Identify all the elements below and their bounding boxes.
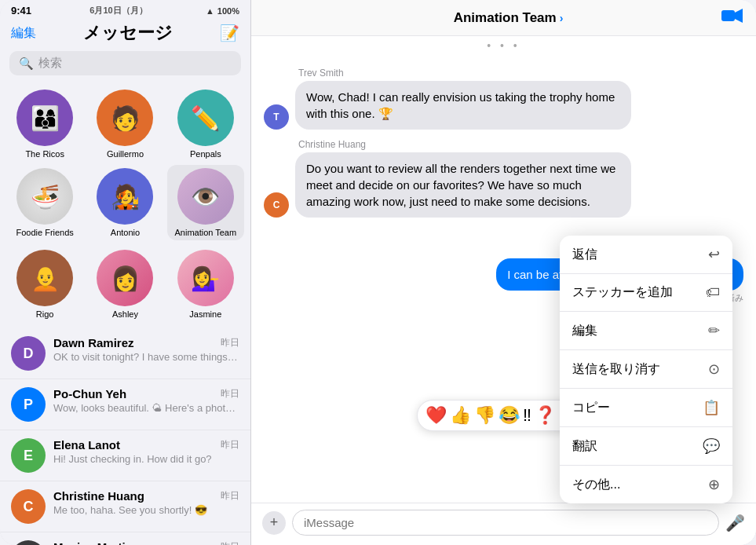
context-menu-reply-label: 返信 — [572, 247, 597, 263]
pinned-antonio[interactable]: 🧑‍🎤 Antonio — [86, 165, 163, 240]
conversation-elena-lanot[interactable]: E Elena Lanot 昨日 Hi! Just checking in. H… — [0, 430, 250, 481]
pinned-label-guillermo: Guillermo — [107, 149, 144, 159]
conv-time-pochun: 昨日 — [221, 387, 239, 401]
conv-avatar-pochun: P — [11, 387, 46, 422]
context-menu-more[interactable]: その他... ⊕ — [560, 466, 732, 503]
context-menu-more-label: その他... — [572, 477, 620, 493]
context-menu: 返信 ↩ ステッカーを追加 🏷 編集 ✏ 送信を取り消す ⊙ コピー 📋 翻訳 — [560, 236, 732, 503]
pinned-the-ricos[interactable]: 👨‍👩‍👦 The Ricos — [6, 86, 83, 162]
avatar-penpals: ✏️ — [177, 90, 234, 146]
message-row-trev: T Trev Smith Wow, Chad! I can really env… — [264, 68, 743, 130]
context-menu-translate-label: 翻訳 — [572, 438, 597, 455]
conversation-dawn-ramirez[interactable]: D Dawn Ramirez 昨日 OK to visit tonight? I… — [0, 328, 250, 379]
edit-button[interactable]: 編集 — [11, 25, 36, 42]
app-container: 9:41 6月10日（月） ▲ 100% 編集 メッセージ 📝 🔍 検索 👨‍👩… — [0, 0, 756, 545]
conversation-magico-martinez[interactable]: M Magico Martinez 昨日 — [0, 532, 250, 545]
status-bar: 9:41 6月10日（月） ▲ 100% — [0, 0, 250, 20]
pinned-guillermo[interactable]: 🧑 Guillermo — [86, 86, 163, 162]
context-menu-reply[interactable]: 返信 ↩ — [560, 236, 732, 274]
pinned-penpals[interactable]: ✏️ Penpals — [167, 86, 244, 162]
context-menu-edit[interactable]: 編集 ✏ — [560, 312, 732, 350]
search-placeholder: 検索 — [38, 56, 62, 71]
avatar-guillermo: 🧑 — [97, 90, 153, 146]
context-menu-sticker[interactable]: ステッカーを追加 🏷 — [560, 274, 732, 312]
conversation-christine-huang[interactable]: C Christine Huang 昨日 Me too, haha. See y… — [0, 481, 250, 532]
conv-name-elena: Elena Lanot — [53, 438, 120, 452]
avatar-jasmine: 💁‍♀️ — [177, 250, 234, 306]
pinned-label-penpals: Penpals — [190, 149, 221, 159]
reaction-laugh[interactable]: 😂 — [499, 405, 520, 426]
conv-preview-pochun: Wow, looks beautiful. 🌤 Here's a photo o… — [53, 402, 239, 414]
sidebar-header: 編集 メッセージ 📝 — [0, 20, 250, 51]
pinned-animation-team[interactable]: 👁️ Animation Team — [167, 165, 244, 240]
pinned-jasmine[interactable]: 💁‍♀️ Jasmine — [167, 247, 244, 322]
msg-avatar-christine: C — [264, 192, 289, 218]
chat-area: Animation Team › • • • T Trev Smith Wow,… — [251, 0, 756, 545]
reaction-heart[interactable]: ❤️ — [425, 405, 447, 426]
input-bar: + 🎤 — [251, 503, 756, 545]
avatar-animation-team: 👁️ — [177, 168, 234, 225]
context-menu-unsend-label: 送信を取り消す — [572, 361, 660, 378]
message-block-trev: Trev Smith Wow, Chad! I can really envis… — [295, 68, 631, 130]
conv-time-elena: 昨日 — [221, 438, 239, 452]
status-icons: ▲ 100% — [206, 6, 239, 16]
reaction-exclaim[interactable]: ‼️ — [523, 405, 531, 426]
video-call-button[interactable] — [721, 8, 743, 27]
pinned-label-antonio: Antonio — [111, 228, 140, 237]
pinned-foodie-friends[interactable]: 🍜 Foodie Friends — [6, 165, 83, 240]
avatar-the-ricos: 👨‍👩‍👦 — [16, 90, 73, 146]
pinned-label-ashley: Ashley — [112, 309, 138, 319]
reaction-thumbsup[interactable]: 👍 — [450, 405, 471, 426]
drag-dots: • • • — [251, 36, 756, 55]
conv-name-dawn: Dawn Ramirez — [53, 336, 134, 349]
message-input[interactable] — [292, 510, 719, 536]
conv-content-elena: Elena Lanot 昨日 Hi! Just checking in. How… — [53, 438, 239, 465]
search-bar[interactable]: 🔍 検索 — [9, 51, 241, 75]
mic-icon[interactable]: 🎤 — [725, 514, 745, 532]
message-sender-trev: Trev Smith — [298, 68, 631, 79]
conv-time-magico: 昨日 — [221, 540, 239, 545]
conv-time-christine: 昨日 — [221, 489, 239, 503]
conversation-list: D Dawn Ramirez 昨日 OK to visit tonight? I… — [0, 328, 250, 545]
pinned-rigo[interactable]: 🧑‍🦲 Rigo — [6, 247, 83, 322]
svg-marker-1 — [735, 9, 743, 23]
message-bubble-trev: Wow, Chad! I can really envision us taki… — [295, 81, 631, 130]
conv-preview-elena: Hi! Just checking in. How did it go? — [53, 453, 239, 465]
chat-title-area[interactable]: Animation Team › — [454, 10, 564, 26]
avatar-ashley: 👩 — [97, 250, 153, 306]
reaction-thumbsdown[interactable]: 👎 — [474, 405, 495, 426]
msg-avatar-trev: T — [264, 104, 289, 130]
reaction-question[interactable]: ❓ — [535, 405, 556, 426]
context-menu-translate[interactable]: 翻訳 💬 — [560, 427, 732, 466]
message-row-christine: C Christine Huang Do you want to review … — [264, 139, 743, 218]
conv-name-christine: Christine Huang — [53, 489, 144, 503]
conv-avatar-elena: E — [11, 438, 46, 473]
add-button[interactable]: + — [262, 511, 286, 535]
avatar-antonio: 🧑‍🎤 — [97, 168, 153, 225]
compose-button[interactable]: 📝 — [220, 24, 239, 42]
message-bubble-christine: Do you want to review all the renders to… — [295, 152, 631, 218]
context-menu-unsend[interactable]: 送信を取り消す ⊙ — [560, 350, 732, 389]
pinned-ashley[interactable]: 👩 Ashley — [86, 247, 163, 322]
pinned-label-animation-team: Animation Team — [174, 228, 236, 237]
conversation-pochun-yeh[interactable]: P Po-Chun Yeh 昨日 Wow, looks beautiful. 🌤… — [0, 379, 250, 430]
context-menu-reply-icon: ↩ — [708, 246, 720, 263]
battery-icon: 100% — [217, 6, 239, 16]
message-sender-christine: Christine Huang — [298, 139, 631, 150]
conv-preview-dawn: OK to visit tonight? I have some things … — [53, 351, 239, 363]
search-icon: 🔍 — [19, 57, 34, 71]
sidebar-title: メッセージ — [36, 21, 220, 45]
wifi-icon: ▲ — [206, 6, 214, 16]
context-menu-copy-label: コピー — [572, 400, 610, 416]
svg-rect-0 — [721, 10, 735, 21]
pinned-label-the-ricos: The Ricos — [25, 149, 64, 159]
context-menu-sticker-icon: 🏷 — [706, 284, 720, 301]
pinned-contacts-row1: 👨‍👩‍👦 The Ricos 🧑 Guillermo ✏️ Penpals 🍜 — [0, 83, 250, 247]
pinned-label-foodie-friends: Foodie Friends — [16, 228, 73, 237]
avatar-rigo: 🧑‍🦲 — [16, 250, 73, 306]
pinned-label-rigo: Rigo — [36, 309, 54, 319]
context-menu-copy[interactable]: コピー 📋 — [560, 389, 732, 427]
chat-header: Animation Team › — [251, 0, 756, 36]
pinned-contacts-row2: 🧑‍🦲 Rigo 👩 Ashley 💁‍♀️ Jasmine — [0, 247, 250, 328]
conv-preview-christine: Me too, haha. See you shortly! 😎 — [53, 504, 239, 516]
